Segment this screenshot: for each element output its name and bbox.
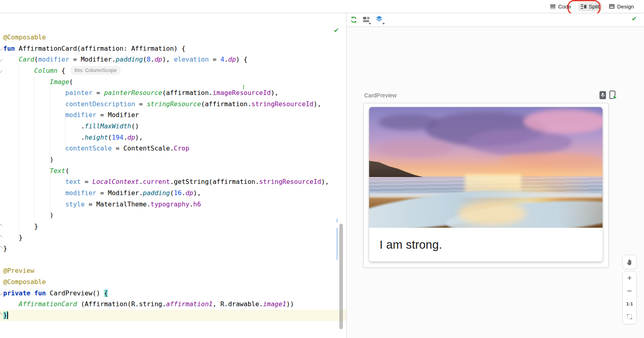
code-lines-icon [550, 4, 555, 9]
cloud-art [378, 114, 439, 130]
fold-marker-icon[interactable] [0, 224, 3, 228]
code-line[interactable]: AffirmationCard (Affirmation(R.string.af… [0, 299, 346, 310]
affirmation-text: I am strong. [380, 238, 442, 251]
refresh-icon[interactable] [350, 16, 358, 24]
code-line[interactable]: } [0, 310, 346, 321]
tab-code[interactable]: Code [547, 2, 574, 11]
fold-marker-icon[interactable] [0, 291, 3, 295]
cloud-art [500, 153, 601, 167]
layers-icon[interactable] [375, 15, 384, 22]
tab-design[interactable]: Design [606, 2, 637, 11]
zoom-out-button[interactable]: − [623, 284, 636, 297]
code-line[interactable]: Text( [0, 165, 346, 177]
code-line[interactable]: Card(modifier = Modifier.padding(8.dp), … [0, 54, 346, 65]
code-line[interactable]: modifier = Modifier.padding(16.dp), [0, 188, 346, 199]
preview-name-label: CardPreview [364, 92, 396, 99]
code-line[interactable]: contentDescription = stringResource(affi… [0, 99, 346, 110]
change-marker [336, 218, 338, 223]
card-image [369, 107, 603, 228]
layout-variants-caret-icon [369, 23, 371, 25]
code-line[interactable]: text = LocalContext.current.getString(af… [0, 176, 346, 188]
card-text-area: I am strong. [369, 228, 603, 262]
layers-caret-icon [382, 23, 385, 25]
fold-marker-icon[interactable] [0, 246, 3, 251]
code-editor[interactable]: @Composablefun AffirmationCard(affirmati… [0, 13, 346, 338]
affirmation-card-preview: I am strong. [369, 107, 603, 262]
editor-inspections-ok-icon: ✔ [334, 27, 339, 34]
tab-split[interactable]: Split [578, 2, 602, 11]
fold-marker-icon[interactable] [0, 68, 3, 72]
code-line[interactable]: ) [0, 154, 346, 165]
design-image-icon [609, 4, 615, 9]
change-marker [336, 228, 338, 260]
code-lines: @Composablefun AffirmationCard(affirmati… [0, 32, 346, 321]
zoom-in-button[interactable]: + [623, 272, 636, 284]
code-line[interactable] [0, 254, 346, 266]
editor-scrollbar[interactable] [339, 224, 343, 329]
code-line[interactable]: modifier = Modifier [0, 109, 346, 121]
code-line[interactable]: style = MaterialTheme.typography.h6 [0, 199, 346, 210]
fold-gutter [0, 13, 4, 338]
code-line[interactable]: @Preview [0, 265, 346, 276]
run-preview-on-device-icon[interactable] [609, 91, 617, 100]
interactive-preview-icon[interactable] [599, 91, 606, 99]
code-line[interactable]: .height(194.dp), [0, 132, 346, 143]
code-line[interactable]: .fillMaxWidth() [0, 121, 346, 132]
fold-marker-icon[interactable] [0, 57, 3, 62]
code-line[interactable]: fun AffirmationCard(affirmation: Affirma… [0, 43, 346, 54]
code-line[interactable]: } [0, 243, 346, 254]
code-line[interactable]: Image( [0, 76, 346, 88]
view-mode-bar: Code Split Design [0, 0, 644, 13]
android-studio-split-view: Code Split Design @Composablefun Affirma… [0, 0, 644, 338]
tab-design-label: Design [617, 4, 634, 10]
layout-variants-icon[interactable] [363, 17, 370, 23]
inline-marker [243, 85, 244, 89]
scope-hint-chip: this: ColumnScope [71, 66, 120, 74]
fold-marker-icon[interactable] [0, 313, 3, 317]
code-line[interactable]: contentScale = ContentScale.Crop [0, 143, 346, 154]
pan-button[interactable] [622, 255, 637, 269]
preview-toolbar: ✔ [347, 13, 644, 27]
tab-split-label: Split [589, 4, 599, 10]
code-line[interactable]: @Composable [0, 32, 346, 43]
preview-ok-icon: ✔ [632, 15, 637, 23]
cloud-art [523, 109, 603, 134]
fit-screen-button[interactable] [623, 310, 636, 323]
split-view-icon [581, 4, 586, 9]
stream-glow-art [458, 201, 526, 225]
zoom-1-1-button[interactable]: 1:1 [623, 297, 636, 310]
code-line[interactable]: Column { this: ColumnScope [0, 65, 346, 76]
fold-marker-icon[interactable] [0, 46, 3, 50]
code-line[interactable]: private fun CardPreview() { [0, 288, 346, 299]
code-line[interactable]: } [0, 221, 346, 232]
code-line[interactable]: } [0, 232, 346, 243]
text-caret [7, 311, 8, 319]
fit-screen-icon [627, 314, 632, 319]
tab-code-label: Code [558, 4, 571, 10]
code-line[interactable]: @Composable [0, 276, 346, 288]
fold-marker-icon[interactable] [0, 235, 3, 239]
code-line[interactable]: ) [0, 210, 346, 221]
cloud-art [376, 138, 452, 158]
zoom-controls: + − 1:1 [622, 271, 637, 324]
code-line[interactable]: painter = painterResource(affirmation.im… [0, 87, 346, 99]
pan-hand-icon [626, 259, 633, 266]
